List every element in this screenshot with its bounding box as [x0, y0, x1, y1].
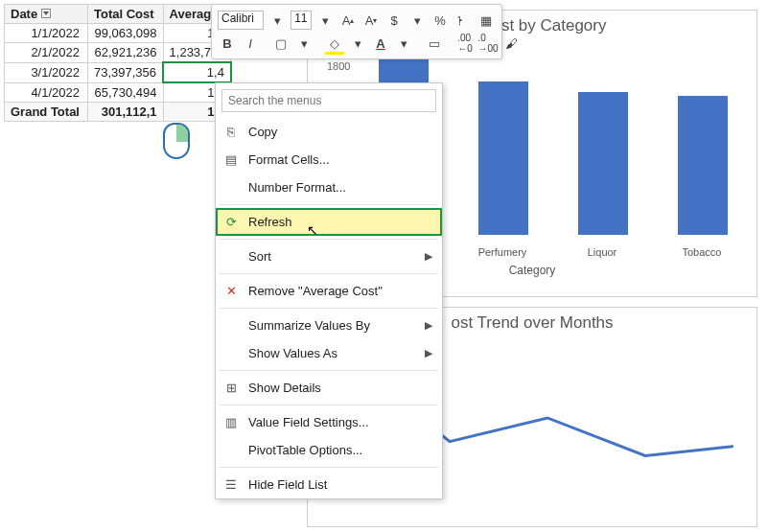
table-row: 4/1/202265,730,4941,2 [5, 82, 231, 103]
x-category: Perfumery [469, 246, 536, 258]
context-menu: ⎘Copy ▤Format Cells... Number Format... … [215, 82, 443, 499]
italic-button[interactable]: I [241, 34, 260, 53]
refresh-icon: ⟳ [223, 215, 239, 230]
accounting-format-icon[interactable]: $ [384, 11, 404, 30]
menu-copy[interactable]: ⎘Copy [216, 118, 442, 146]
table-row: 2/1/202262,921,2361,233,750 [5, 43, 231, 63]
menu-sort[interactable]: Sort▶ [216, 243, 442, 270]
y-tick: 1800 [327, 60, 350, 72]
increase-decimal-icon[interactable]: .0→00 [478, 34, 498, 53]
table-format-icon[interactable]: ▦ [476, 11, 496, 30]
decrease-decimal-icon[interactable]: .00←0 [455, 34, 475, 53]
pivot-table[interactable]: Date Total Cost Averag 1/1/202299,063,09… [4, 4, 232, 122]
chevron-right-icon: ▶ [425, 347, 432, 359]
increase-font-icon[interactable]: A▴ [338, 11, 358, 30]
fill-color-icon[interactable]: ◇ [325, 34, 344, 53]
decrease-font-icon[interactable]: A▾ [361, 11, 381, 30]
remove-icon: ✕ [223, 284, 239, 299]
table-row: 3/1/202273,397,3561,4 [5, 62, 231, 82]
menu-format-cells[interactable]: ▤Format Cells... [216, 146, 442, 173]
menu-pivottable-options[interactable]: PivotTable Options... [216, 436, 442, 464]
col-total-cost[interactable]: Total Cost [87, 5, 163, 24]
font-name-combo[interactable]: Calibri [218, 11, 264, 30]
menu-summarize-values[interactable]: Summarize Values By▶ [216, 312, 442, 339]
chevron-right-icon: ▶ [425, 319, 432, 332]
format-cells-icon: ▤ [223, 152, 239, 168]
field-list-icon: ☰ [223, 477, 239, 493]
percent-format-icon[interactable]: % [430, 11, 450, 30]
menu-search-input[interactable] [221, 89, 436, 112]
font-color-icon[interactable]: A [371, 34, 390, 53]
copy-icon: ⎘ [223, 125, 239, 140]
borders-icon[interactable]: ▢ [271, 34, 291, 53]
col-date[interactable]: Date [5, 5, 88, 24]
filter-dropdown-icon[interactable] [41, 9, 51, 18]
right-click-mouse-icon [163, 123, 190, 159]
menu-show-details[interactable]: ⊞Show Details [216, 374, 442, 402]
bold-button[interactable]: B [218, 34, 237, 53]
grand-total-row: Grand Total301,112,11,4 [5, 103, 231, 122]
table-row: 1/1/202299,063,0981,9 [5, 24, 231, 43]
selected-cell[interactable]: 1,4 [163, 62, 231, 82]
merge-center-icon[interactable]: ▭ [425, 34, 444, 53]
show-details-icon: ⊞ [223, 381, 239, 396]
chevron-down-icon[interactable]: ▾ [315, 11, 335, 30]
menu-hide-field-list[interactable]: ☰Hide Field List [216, 471, 442, 498]
x-category: Tobacco [668, 246, 735, 258]
menu-show-values-as[interactable]: Show Values As▶ [216, 339, 442, 367]
menu-number-format[interactable]: Number Format... [216, 173, 442, 201]
menu-remove-field[interactable]: ✕Remove "Average Cost" [216, 277, 442, 305]
comma-format-icon[interactable]: ᠨ [453, 11, 473, 30]
chevron-down-icon[interactable]: ▾ [267, 11, 287, 30]
menu-value-field-settings[interactable]: ▥Value Field Settings... [216, 408, 442, 436]
pivot-header-row: Date Total Cost Averag [5, 5, 231, 24]
font-size-combo[interactable]: 11 [291, 11, 312, 30]
field-settings-icon: ▥ [223, 415, 239, 430]
format-painter-icon[interactable]: 🖌 [501, 34, 521, 53]
mini-toolbar: Calibri▾ 11▾ A▴ A▾ $▾ % ᠨ ▦ B I ▢▾ ◇▾ A▾… [211, 4, 502, 59]
chevron-right-icon: ▶ [425, 250, 432, 263]
x-category: Liquor [569, 246, 636, 258]
menu-refresh[interactable]: ⟳Refresh [216, 208, 442, 236]
